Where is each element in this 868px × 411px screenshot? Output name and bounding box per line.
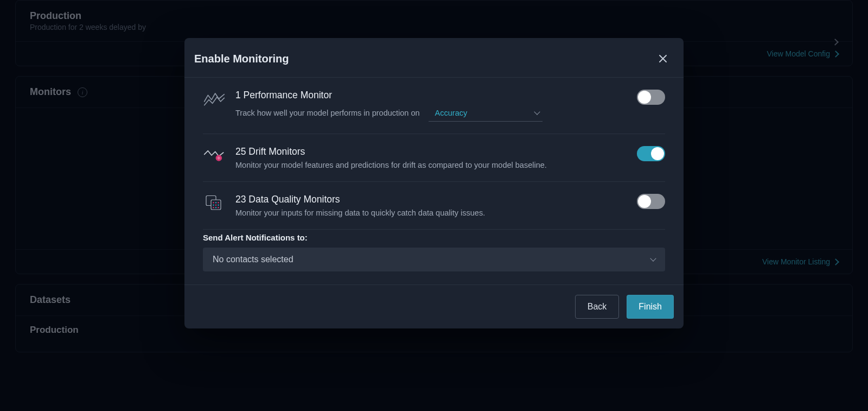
svg-point-3 bbox=[213, 202, 214, 203]
performance-title: 1 Performance Monitor bbox=[235, 90, 627, 101]
svg-point-10 bbox=[215, 207, 216, 208]
data-quality-icon bbox=[203, 194, 226, 211]
finish-button-label: Finish bbox=[639, 302, 662, 312]
accuracy-metric-value: Accuracy bbox=[435, 109, 468, 117]
performance-monitor-row: 1 Performance Monitor Track how well you… bbox=[203, 78, 665, 134]
data-quality-desc: Monitor your inputs for missing data to … bbox=[235, 208, 627, 217]
modal-title: Enable Monitoring bbox=[194, 53, 289, 65]
drift-toggle[interactable] bbox=[637, 146, 665, 161]
data-quality-row: 23 Data Quality Monitors Monitor your in… bbox=[203, 182, 665, 230]
performance-desc: Track how well your model performs in pr… bbox=[235, 109, 420, 117]
contacts-select[interactable]: No contacts selected bbox=[203, 248, 665, 271]
chevron-down-icon bbox=[534, 109, 540, 115]
close-button[interactable] bbox=[655, 51, 671, 66]
alerts-section: Send Alert Notifications to: No contacts… bbox=[184, 230, 684, 284]
drift-monitors-row: 25 Drift Monitors Monitor your model fea… bbox=[203, 134, 665, 182]
svg-point-5 bbox=[218, 202, 219, 203]
performance-toggle[interactable] bbox=[637, 90, 665, 105]
drift-title: 25 Drift Monitors bbox=[235, 146, 627, 157]
svg-point-8 bbox=[218, 205, 219, 206]
data-quality-toggle[interactable] bbox=[637, 194, 665, 209]
svg-point-6 bbox=[213, 205, 214, 206]
drift-icon bbox=[203, 146, 226, 163]
contacts-select-value: No contacts selected bbox=[213, 255, 293, 264]
back-button-label: Back bbox=[588, 302, 607, 312]
svg-point-11 bbox=[218, 207, 219, 208]
close-icon bbox=[659, 54, 667, 63]
svg-point-9 bbox=[213, 207, 214, 208]
performance-icon bbox=[203, 90, 226, 107]
enable-monitoring-modal: Enable Monitoring 1 Performance Monitor … bbox=[184, 38, 684, 328]
svg-point-4 bbox=[215, 202, 216, 203]
modal-backdrop: Enable Monitoring 1 Performance Monitor … bbox=[0, 0, 868, 411]
drift-desc: Monitor your model features and predicti… bbox=[235, 161, 627, 169]
back-button[interactable]: Back bbox=[575, 295, 620, 319]
svg-point-7 bbox=[215, 205, 216, 206]
data-quality-title: 23 Data Quality Monitors bbox=[235, 194, 627, 205]
accuracy-metric-dropdown[interactable]: Accuracy bbox=[429, 104, 542, 122]
finish-button[interactable]: Finish bbox=[627, 295, 674, 319]
alerts-label: Send Alert Notifications to: bbox=[203, 233, 665, 242]
chevron-down-icon bbox=[650, 255, 656, 261]
